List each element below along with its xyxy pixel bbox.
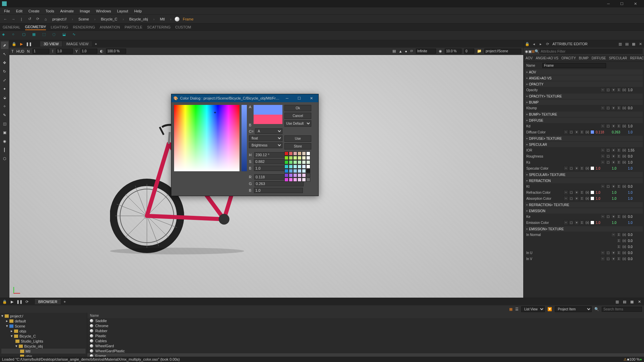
panel-lock-icon[interactable]: 🔒 — [11, 41, 17, 47]
menu-windows[interactable]: Windows — [93, 8, 114, 14]
vp-n-field[interactable] — [33, 49, 49, 54]
tree-default[interactable]: default — [15, 319, 26, 323]
sec-opacity-tex[interactable]: OPACITY> TEXTURE — [525, 94, 643, 99]
vp-exp-field[interactable] — [464, 49, 474, 54]
tool-region[interactable]: ▣ — [1, 129, 8, 136]
rtab-specular[interactable]: SPECULAR — [608, 56, 629, 60]
brightness-select[interactable]: Brightness — [249, 142, 282, 148]
innorm-x[interactable]: 0.0 — [628, 233, 643, 237]
palette-swatch[interactable] — [289, 169, 293, 173]
cancel-button[interactable]: Cancel — [284, 113, 311, 119]
shelf-animation[interactable]: ANIMATION — [100, 24, 120, 30]
hud-label[interactable]: HUD — [16, 49, 24, 53]
palette-swatch[interactable] — [293, 165, 297, 169]
palette-swatch[interactable] — [284, 178, 288, 182]
nav-home[interactable]: ⌂ — [42, 16, 49, 22]
palette-swatch[interactable] — [302, 165, 306, 169]
tree-project[interactable]: project:/ — [10, 314, 23, 318]
panel-play-icon[interactable]: ▶ — [18, 41, 25, 47]
palette-swatch[interactable] — [284, 160, 288, 164]
palette-swatch[interactable] — [306, 165, 310, 169]
material-list[interactable]: Name Saddle Chrome Rubber Plastic Cables… — [87, 313, 644, 357]
tool-magic[interactable]: ✧ — [1, 103, 8, 110]
refr-b[interactable]: 1.0 — [628, 191, 643, 194]
breadcrumb-0[interactable]: project:// — [50, 16, 68, 22]
prim-wirecyl-icon[interactable]: ⬓ — [62, 32, 69, 39]
attr-lock-icon[interactable]: 🔒 — [524, 41, 530, 47]
prim-wirecube-icon[interactable]: ⬚ — [42, 32, 49, 39]
prim-curve-icon[interactable]: ∿ — [72, 32, 79, 39]
refr-r[interactable]: 1.0 — [596, 191, 610, 194]
prim-sphere-icon[interactable]: ○ — [12, 32, 19, 39]
rtab-angie[interactable]: ANGIE>AO VS — [534, 56, 560, 60]
attr-refresh-icon[interactable]: ⟳ — [544, 41, 550, 47]
tool-snap[interactable]: ⬙ — [1, 94, 8, 101]
kbump-value[interactable]: 0.0 — [628, 106, 643, 110]
browser-pause-icon[interactable]: ❚❚ — [16, 298, 23, 305]
inv-value[interactable]: 0.0 — [628, 257, 643, 261]
color-palette[interactable] — [284, 152, 311, 182]
attr-filter-field[interactable] — [539, 49, 643, 54]
sec-diffuse-tex[interactable]: DIFFUSE> TEXTURE — [525, 136, 643, 141]
rtab-bump[interactable]: BUMP — [578, 56, 590, 60]
breadcrumb-2[interactable]: Bicycle_C — [99, 16, 119, 22]
palette-swatch[interactable] — [293, 173, 297, 177]
breadcrumb-4[interactable]: Mtl — [158, 16, 167, 22]
palette-swatch[interactable] — [289, 152, 293, 156]
tool-rotate[interactable]: ↻ — [1, 68, 8, 75]
refr-g[interactable]: 1.0 — [612, 191, 627, 194]
attr-filter-icon[interactable]: ⊞ — [532, 49, 535, 54]
status-stop-icon[interactable]: ■ — [627, 357, 629, 361]
spec-color-swatch[interactable] — [590, 166, 594, 170]
shelf-lighting[interactable]: LIGHTING — [51, 24, 68, 30]
palette-swatch[interactable] — [306, 173, 310, 177]
tool-brush[interactable]: ✎ — [1, 111, 8, 119]
palette-swatch[interactable] — [293, 178, 297, 182]
tree-bicycle-c[interactable]: Bicycle_C — [19, 334, 36, 338]
diffuse-r[interactable]: 0.118 — [596, 130, 610, 134]
shelf-general[interactable]: GENERAL — [3, 24, 20, 30]
menu-create[interactable]: Create — [26, 8, 42, 14]
nav-up[interactable]: ↺ — [26, 16, 33, 22]
palette-swatch[interactable] — [289, 160, 293, 164]
store-button[interactable]: Store — [284, 143, 311, 149]
sec-bump-tex[interactable]: BUMP> TEXTURE — [525, 112, 643, 117]
nav-refresh[interactable]: ⟳ — [34, 16, 41, 22]
sec-aov[interactable]: AOV — [525, 69, 643, 75]
vp-stat1-icon[interactable]: ▤ — [392, 49, 396, 53]
diffuse-g[interactable]: 0.263 — [612, 130, 627, 134]
browser-l2-icon[interactable]: ▤ — [621, 298, 628, 305]
spec-r[interactable]: 1.0 — [596, 167, 610, 170]
rtab-refraction[interactable]: REFRACTION — [629, 56, 644, 60]
attr-mode1-icon[interactable]: ◉ — [525, 49, 528, 54]
panel-pause-icon[interactable]: ❚❚ — [25, 41, 32, 47]
palette-swatch[interactable] — [284, 169, 288, 173]
nav-back[interactable]: ← — [2, 16, 9, 22]
shelf-particle[interactable]: PARTICLE — [125, 24, 143, 30]
ks-value[interactable]: 1.0 — [628, 161, 643, 164]
attr-layout3-icon[interactable]: ▦ — [631, 41, 637, 47]
vp-path-field[interactable] — [484, 49, 521, 54]
tree-scene[interactable]: Scene — [15, 324, 25, 328]
project-tree[interactable]: ▾project:/ ▸default ▾Scene ▸objs ▾Bicycl… — [0, 313, 87, 357]
sec-diffuse[interactable]: DIFFUSE — [525, 118, 643, 123]
swatch-a[interactable] — [254, 105, 282, 115]
menu-image[interactable]: Image — [77, 8, 93, 14]
palette-swatch[interactable] — [289, 178, 293, 182]
tool-measure[interactable]: ┃ — [1, 146, 8, 154]
shelf-rendering[interactable]: RENDERING — [73, 24, 95, 30]
abs-b[interactable]: 1.0 — [628, 197, 643, 200]
tree-studio-lights[interactable]: Studio_Lights — [21, 339, 43, 343]
abs-color-swatch[interactable] — [590, 196, 594, 200]
menu-help[interactable]: Help — [131, 8, 145, 14]
menu-tools[interactable]: Tools — [43, 8, 57, 14]
palette-swatch[interactable] — [302, 156, 306, 160]
browser-tab[interactable]: BROWSER — [35, 299, 61, 304]
sec-opacity[interactable]: OPACITY — [525, 81, 643, 87]
palette-swatch[interactable] — [284, 173, 288, 177]
palette-swatch[interactable] — [293, 160, 297, 164]
toggle-t-icon[interactable]: T — [11, 49, 14, 53]
tree-objs2[interactable]: objs — [25, 354, 32, 357]
palette-swatch[interactable] — [298, 160, 302, 164]
palette-swatch[interactable] — [284, 165, 288, 169]
